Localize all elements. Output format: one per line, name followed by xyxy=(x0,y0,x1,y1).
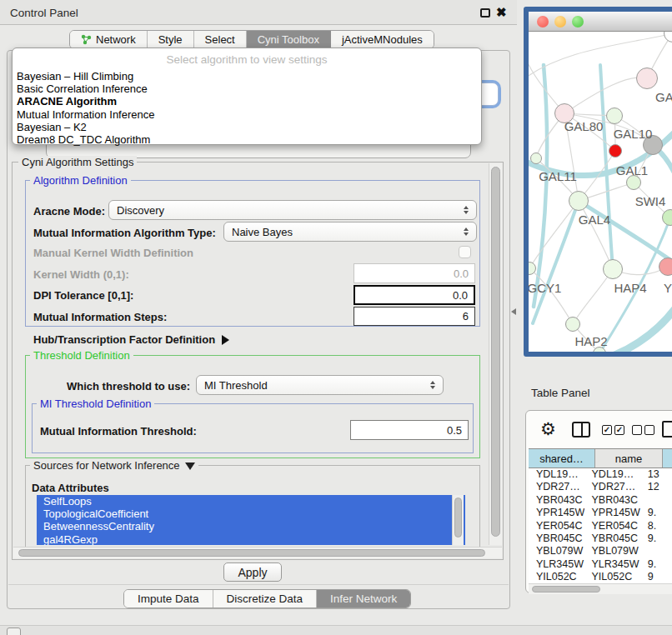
data-attributes-label: Data Attributes xyxy=(32,482,109,494)
float-window-icon[interactable] xyxy=(480,8,490,18)
zoom-traffic-light[interactable] xyxy=(572,16,584,28)
data-attributes-list[interactable]: SelfLoopsTopologicalCoefficientBetweenne… xyxy=(37,495,465,545)
table-row[interactable]: YBL079WYBL079W xyxy=(529,545,672,558)
table-row[interactable]: YIL052CYIL052C9 xyxy=(529,571,672,583)
algorithm-option[interactable]: Dream8 DC_TDC Algorithm xyxy=(15,133,479,146)
column-header-name[interactable]: name xyxy=(595,449,663,468)
manual-kernel-checkbox[interactable] xyxy=(459,246,471,258)
network-node[interactable] xyxy=(636,68,658,89)
table-body: YDL19…YDL19…13YDR27…YDR27…12YBR043CYBR04… xyxy=(529,468,672,583)
bottom-tab-discretize-data[interactable]: Discretize Data xyxy=(213,590,318,608)
tab-network[interactable]: Network xyxy=(70,31,148,48)
table-cell: YDR27… xyxy=(529,481,584,493)
network-node[interactable] xyxy=(609,144,622,158)
which-threshold-label: Which threshold to use: xyxy=(67,380,190,392)
algorithm-option[interactable]: ARACNE Algorithm xyxy=(15,95,479,108)
mi-type-label: Mutual Information Algorithm Type: xyxy=(33,227,216,239)
mi-threshold-label: Mutual Information Threshold: xyxy=(40,425,197,438)
stepper-arrows-icon xyxy=(430,381,435,390)
attribute-item[interactable]: gal4RGexp xyxy=(37,533,465,545)
settings-vertical-scrollbar[interactable] xyxy=(489,163,502,545)
mi-algorithm-type-select[interactable]: Naive Bayes xyxy=(223,222,477,242)
hub-definition-toggle[interactable]: Hub/Transcription Factor Definition xyxy=(33,333,229,346)
mini-panel-icon[interactable] xyxy=(7,628,21,635)
node-label-hap4: HAP4 xyxy=(614,281,646,295)
network-node[interactable] xyxy=(530,152,542,164)
mi-steps-field[interactable]: 6 xyxy=(354,307,475,326)
dpi-tolerance-field[interactable]: 0.0 xyxy=(354,285,475,305)
table-cell: 13 xyxy=(640,468,672,481)
checked-box-icon[interactable]: ✓ xyxy=(614,425,624,435)
settings-horizontal-scrollbar[interactable] xyxy=(13,547,502,558)
page-icon[interactable] xyxy=(662,421,672,438)
table-row[interactable]: YPR145WYPR145W9. xyxy=(529,507,672,519)
aracne-mode-select[interactable]: Discovery xyxy=(108,200,477,220)
apply-button[interactable]: Apply xyxy=(223,562,282,582)
algorithm-option[interactable]: Mutual Information Inference xyxy=(15,108,479,121)
tab-select[interactable]: Select xyxy=(194,31,247,48)
which-threshold-select[interactable]: MI Threshold xyxy=(196,375,444,395)
dpi-tolerance-value: 0.0 xyxy=(453,289,468,302)
network-node-gal4[interactable] xyxy=(569,191,589,211)
table-cell: YLR345W xyxy=(584,558,640,571)
attribute-item[interactable]: SelfLoops xyxy=(37,495,465,508)
table-horizontal-scrollbar[interactable] xyxy=(529,583,672,594)
tab-label: jActiveMNodules xyxy=(342,33,423,46)
network-window-titlebar[interactable] xyxy=(529,12,672,32)
table-row[interactable]: YBR045CYBR045C9. xyxy=(529,532,672,545)
gear-icon[interactable]: ⚙ xyxy=(540,419,556,439)
checked-box-icon[interactable]: ✓ xyxy=(602,425,612,435)
column-header-extra[interactable] xyxy=(663,449,672,468)
attributes-scrollbar[interactable] xyxy=(452,495,464,545)
stepper-arrows-icon xyxy=(464,206,469,215)
table-row[interactable]: YLR345WYLR345W9. xyxy=(529,558,672,571)
table-cell: YBR045C xyxy=(529,532,584,545)
table-cell: 8. xyxy=(640,520,672,532)
split-columns-icon[interactable] xyxy=(572,422,590,438)
tab-label: Network xyxy=(96,33,136,46)
sources-title[interactable]: Sources for Network Inference xyxy=(30,459,198,472)
unchecked-box-icon[interactable] xyxy=(644,425,654,435)
mi-steps-value: 6 xyxy=(463,310,469,322)
algorithm-dropdown-placeholder: Select algorithm to view settings xyxy=(13,48,481,66)
network-node[interactable] xyxy=(606,108,623,124)
tab-style[interactable]: Style xyxy=(148,31,194,48)
splitter-collapse-icon[interactable] xyxy=(511,308,516,315)
bottom-tab-impute-data[interactable]: Impute Data xyxy=(124,590,213,608)
attribute-item[interactable]: TopologicalCoefficient xyxy=(37,508,465,520)
stepper-arrows-icon xyxy=(464,228,469,237)
network-node[interactable] xyxy=(659,258,672,276)
algorithm-option[interactable]: Basic Correlation Inference xyxy=(15,82,479,95)
table-cell xyxy=(640,494,672,507)
table-row[interactable]: YDL19…YDL19…13 xyxy=(529,468,672,481)
node-label-gal: GAL xyxy=(655,90,672,104)
table-cell: 9. xyxy=(640,558,672,571)
table-cell: 9 xyxy=(640,571,672,583)
table-row[interactable]: YER054CYER054C8. xyxy=(529,520,672,532)
algorithm-option[interactable]: Bayesian – Hill Climbing xyxy=(15,70,479,82)
dpi-tolerance-label: DPI Tolerance [0,1]: xyxy=(33,289,133,302)
table-row[interactable]: YBR043CYBR043C xyxy=(529,494,672,507)
tab-jactivemnodules[interactable]: jActiveMNodules xyxy=(331,31,434,48)
close-icon[interactable]: ✖ xyxy=(496,5,507,20)
attribute-item[interactable]: BetweennessCentrality xyxy=(37,520,465,532)
bottom-tab-infer-network[interactable]: Infer Network xyxy=(317,590,410,608)
network-node-hap2[interactable] xyxy=(565,317,580,332)
aracne-mode-label: Aracne Mode: xyxy=(33,205,105,218)
network-icon xyxy=(81,34,92,45)
kernel-width-field[interactable]: 0.0 xyxy=(354,263,475,283)
mi-threshold-field[interactable]: 0.5 xyxy=(350,420,469,440)
minimize-traffic-light[interactable] xyxy=(554,16,566,28)
table-cell: 9. xyxy=(640,532,672,545)
column-header-shared…[interactable]: shared… xyxy=(529,449,595,468)
network-canvas[interactable]: GALGAL80GAL10GAL11GAL1SWI4GAL4GCY1HAP4YH… xyxy=(529,32,672,352)
expand-right-icon xyxy=(222,335,229,345)
algorithm-option[interactable]: Bayesian – K2 xyxy=(15,121,479,133)
table-cell: 12 xyxy=(640,481,672,493)
tab-cyni-toolbox[interactable]: Cyni Toolbox xyxy=(247,31,331,48)
network-node-hap4[interactable] xyxy=(603,259,623,279)
table-row[interactable]: YDR27…YDR27…12 xyxy=(529,481,672,493)
tab-label: Cyni Toolbox xyxy=(258,33,319,46)
close-traffic-light[interactable] xyxy=(537,16,549,28)
unchecked-box-icon[interactable] xyxy=(632,425,642,435)
